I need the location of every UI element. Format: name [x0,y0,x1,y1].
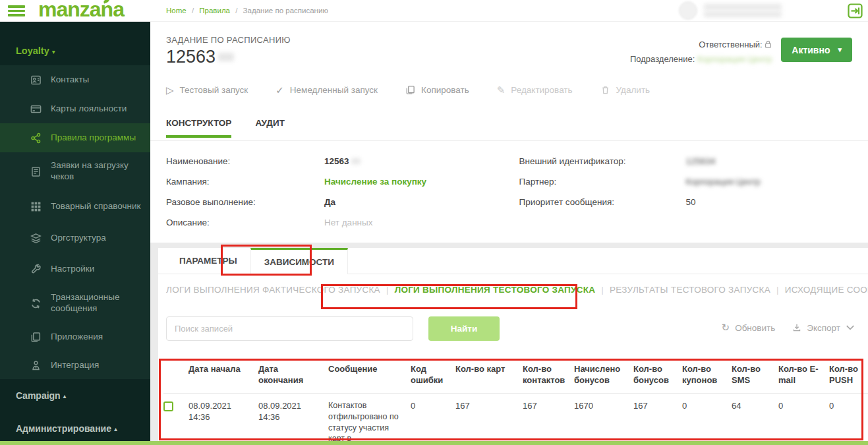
sidebar-item-label: Транзакционные сообщения [51,292,150,314]
column-header[interactable]: Кол-во контактов [523,360,574,393]
layers-icon [30,233,42,244]
subtab-test-run-logs[interactable]: ЛОГИ ВЫПОЛНЕНИЯ ТЕСТОВОГО ЗАПУСКА [395,285,596,295]
cell-coupons-count: 0 [682,393,732,445]
sidebar-item-applications[interactable]: Приложения [0,322,150,351]
campaign-label: Campaign [16,390,61,401]
export-button[interactable]: Экспорт [792,323,855,333]
table-row[interactable]: 08.09.2021 14:36 08.09.2021 14:36 Контак… [163,393,868,445]
lock-icon [765,40,772,49]
user-account-area[interactable] [679,1,782,20]
page-kicker: ЗАДАНИЕ ПО РАСПИСАНИЮ [166,35,291,45]
status-button[interactable]: Активно ▾ [781,38,852,62]
hamburger-menu-icon[interactable] [8,5,25,17]
cell-sms-count: 64 [732,393,778,445]
brand-logo[interactable]: manzana [38,0,124,22]
field-value-link[interactable]: Начисление за покупку [324,177,426,187]
field-value: Нет данных [324,218,373,227]
sidebar-item-contacts[interactable]: Контакты [0,65,150,94]
copy-button[interactable]: Копировать [405,85,469,95]
row-checkbox[interactable] [163,401,173,411]
sidebar-item-product-catalog[interactable]: Товарный справочник [0,191,150,222]
search-input[interactable] [166,316,413,341]
breadcrumb-home[interactable]: Home [166,7,187,15]
tab-audit[interactable]: АУДИТ [255,118,285,138]
refresh-icon: ↻ [722,322,730,334]
responsible-row: Ответственный: [630,38,772,52]
column-header[interactable]: Кол-во E-mail [778,360,829,393]
title-redacted-suffix [218,53,234,61]
logout-icon[interactable] [848,3,863,18]
field-value-redacted: 125634 [686,156,716,166]
sidebar-item-loyalty-cards[interactable]: Карты лояльности [0,94,150,123]
column-header[interactable]: Сообщение [328,360,411,393]
contact-icon [30,74,42,86]
delete-button[interactable]: Удалить [600,85,651,95]
test-run-button[interactable]: ▷ Тестовый запуск [166,85,248,95]
tab-constructor[interactable]: КОНСТРУКТОР [166,118,231,138]
field-label: Разовое выполнение: [166,197,324,207]
subtab-test-run-results[interactable]: РЕЗУЛЬТАТЫ ТЕСТОВОГО ЗАПУСКА [610,285,770,295]
field-label: Кампания: [166,177,324,187]
grid-icon [30,201,42,212]
column-header[interactable]: Дата окончания [258,360,328,393]
chevron-down-icon: ▾ [838,45,842,54]
column-header[interactable]: Кол-во SMS [732,360,778,393]
column-header[interactable]: Начислено бонусов [574,360,633,393]
cell-cards-count: 167 [455,393,523,445]
sidebar-item-transactional-messages[interactable]: Транзакционные сообщения [0,284,150,322]
details-left-column: Наименование: 12563 Кампания: Начисление… [166,151,500,233]
column-header[interactable]: Дата начала [188,360,258,393]
search-row: Найти ↻ Обновить Экспорт [166,316,857,341]
field-partner: Партнер: Корпорация Центр [519,171,853,192]
immediate-run-label: Немедленный запуск [290,85,378,95]
sidebar-item-integration[interactable]: Интеграция [0,351,150,379]
sidebar-group-loyalty[interactable]: Loyalty ▾ [0,22,150,65]
trash-icon [600,85,610,95]
test-run-label: Тестовый запуск [180,85,248,95]
cell-bonuses-count: 167 [633,393,682,445]
sidebar-item-org-structure[interactable]: Оргструктура [0,222,150,254]
share-icon [30,133,42,144]
app-window: manzana Home / Правила / Задание по расп… [0,0,868,445]
receipt-icon [30,166,42,177]
immediate-run-button[interactable]: ✓ Немедленный запуск [275,85,378,95]
column-header[interactable]: Код ошибки [411,360,455,393]
sidebar-item-receipt-requests[interactable]: Заявки на загрузку чеков [0,152,150,191]
panel-tabs: ПАРАМЕТРЫ ЗАВИСИМОСТИ [158,248,868,274]
wrench-icon [30,264,42,275]
column-header[interactable]: Кол-во PUSH [829,360,868,393]
sidebar-group-campaign[interactable]: Campaign ▴ [0,379,150,412]
column-header[interactable]: Кол-во карт [455,360,523,393]
field-value-redacted: Корпорация Центр [686,177,761,187]
field-label: Приоритет сообщения: [519,197,686,207]
tab-parameters[interactable]: ПАРАМЕТРЫ [166,248,250,274]
field-value: Да [324,197,335,207]
sidebar-group-administration[interactable]: Администрирование ▴ [0,412,150,445]
breadcrumb-rules[interactable]: Правила [199,7,230,15]
column-header[interactable]: Кол-во бонусов [633,360,682,393]
status-button-label: Активно [792,45,830,55]
task-header-card: ЗАДАНИЕ ПО РАСПИСАНИЮ 12563 Ответственны… [150,22,868,243]
sidebar-item-settings[interactable]: Настройки [0,254,150,284]
export-label: Экспорт [807,323,840,333]
delete-label: Удалить [616,85,651,95]
chevron-down-icon: ▾ [52,48,55,55]
brand-logo-text: manzana [38,0,124,21]
edit-button[interactable]: ✎ Редактировать [497,85,573,95]
field-external-id: Внешний идентификатор: 125634 [519,151,853,171]
sidebar-item-program-rules[interactable]: Правила программы [0,123,150,152]
table-header-row: Дата начала Дата окончания Сообщение Код… [163,360,868,393]
division-label: Подразделение: [630,54,695,64]
sidebar-item-label: Карты лояльности [51,104,132,115]
sidebar-loyalty-submenu: Контакты Карты лояльности Правила програ… [0,65,150,379]
subtab-outgoing-messages[interactable]: ИСХОДЯЩИЕ СООБЩЕНИЯ [785,285,868,295]
column-header[interactable]: Кол-во купонов [682,360,732,393]
sidebar-item-label: Товарный справочник [51,201,146,212]
action-toolbar: ▷ Тестовый запуск ✓ Немедленный запуск К… [166,85,650,95]
sidebar: Loyalty ▾ Контакты Карты лояльности Прав… [0,22,150,445]
cell-start-date: 08.09.2021 14:36 [188,393,258,445]
subtab-actual-run-logs[interactable]: ЛОГИ ВЫПОЛНЕНИЯ ФАКТИЧЕСКОГО ЗАПУСКА [166,285,380,295]
tab-dependencies[interactable]: ЗАВИСИМОСТИ [250,248,348,274]
refresh-button[interactable]: ↻ Обновить [722,322,776,334]
find-button[interactable]: Найти [428,316,500,341]
